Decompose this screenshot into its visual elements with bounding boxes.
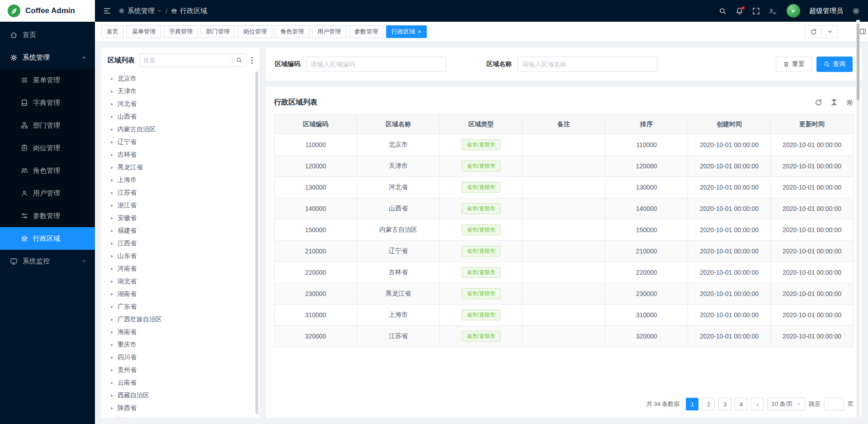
- caret-right-icon[interactable]: [109, 305, 114, 310]
- chevron-down-icon[interactable]: [821, 26, 838, 38]
- table-row[interactable]: 130000 河北省 省市/直辖市 130000 2020-10-01 00:0…: [274, 177, 854, 198]
- column-header[interactable]: 区域类型: [440, 114, 523, 134]
- bell-icon[interactable]: [736, 7, 743, 15]
- caret-right-icon[interactable]: [109, 127, 114, 132]
- region-name-input[interactable]: [517, 57, 657, 72]
- more-dots-icon[interactable]: [251, 57, 253, 64]
- page-number-button[interactable]: 4: [735, 398, 747, 410]
- scrollbar-thumb[interactable]: [857, 24, 859, 100]
- tree-node[interactable]: 江苏省: [108, 186, 253, 199]
- caret-right-icon[interactable]: [109, 368, 114, 373]
- caret-right-icon[interactable]: [109, 89, 114, 94]
- table-row[interactable]: 310000 上海市 省市/直辖市 310000 2020-10-01 00:0…: [274, 305, 854, 326]
- caret-right-icon[interactable]: [109, 102, 114, 107]
- refresh-icon[interactable]: [805, 26, 821, 38]
- caret-right-icon[interactable]: [109, 406, 114, 411]
- tree-search-button[interactable]: [232, 53, 246, 67]
- sidebar-subitem-dept[interactable]: 部门管理: [0, 114, 95, 137]
- tree-node[interactable]: 河南省: [108, 262, 253, 275]
- caret-right-icon[interactable]: [109, 241, 114, 246]
- tree-search-input[interactable]: [139, 53, 232, 67]
- tab[interactable]: 岗位管理 ×: [238, 25, 272, 38]
- tree-node[interactable]: 江西省: [108, 237, 253, 250]
- tree-node[interactable]: 福建省: [108, 224, 253, 237]
- sidebar-subitem-menu[interactable]: 菜单管理: [0, 69, 95, 91]
- tab[interactable]: 行政区域 ×: [386, 25, 427, 38]
- caret-right-icon[interactable]: [109, 76, 114, 81]
- caret-right-icon[interactable]: [109, 292, 114, 297]
- settings-gear-icon[interactable]: [852, 7, 860, 15]
- tab[interactable]: 角色管理 ×: [275, 25, 309, 38]
- tree-node[interactable]: 山西省: [108, 110, 253, 123]
- caret-right-icon[interactable]: [109, 203, 114, 208]
- tree-scrollbar[interactable]: [255, 71, 258, 414]
- search-icon[interactable]: [719, 7, 726, 15]
- tree-node[interactable]: 安徽省: [108, 212, 253, 224]
- tree-node[interactable]: 北京市: [108, 72, 253, 85]
- table-row[interactable]: 140000 山西省 省市/直辖市 140000 2020-10-01 00:0…: [274, 198, 854, 219]
- user-name[interactable]: 超级管理员: [809, 7, 843, 15]
- column-header[interactable]: 区域名称: [357, 114, 440, 134]
- region-code-input[interactable]: [306, 57, 446, 72]
- row-height-icon[interactable]: [830, 99, 838, 106]
- tree-node[interactable]: 重庆市: [108, 338, 253, 351]
- column-header[interactable]: 区域编码: [274, 114, 357, 134]
- reset-button[interactable]: 重置: [776, 57, 812, 72]
- tab[interactable]: 参数管理 ×: [349, 25, 383, 38]
- sidebar-subitem-param[interactable]: 参数管理: [0, 205, 95, 227]
- caret-right-icon[interactable]: [109, 393, 114, 398]
- tab[interactable]: 首页 ×: [101, 25, 124, 38]
- caret-right-icon[interactable]: [109, 343, 114, 348]
- table-row[interactable]: 210000 辽宁省 省市/直辖市 210000 2020-10-01 00:0…: [274, 241, 854, 262]
- tree-node[interactable]: 湖南省: [108, 288, 253, 300]
- tree-node[interactable]: 陕西省: [108, 402, 253, 414]
- tree-node[interactable]: 西藏自治区: [108, 389, 253, 402]
- column-settings-gear-icon[interactable]: [846, 99, 854, 106]
- tree-node[interactable]: 上海市: [108, 174, 253, 186]
- tree-node[interactable]: 海南省: [108, 326, 253, 338]
- caret-right-icon[interactable]: [109, 254, 114, 259]
- caret-right-icon[interactable]: [109, 267, 114, 272]
- translate-icon[interactable]: 文A: [769, 7, 778, 15]
- tree-node[interactable]: 山东省: [108, 250, 253, 262]
- page-number-button[interactable]: 1: [686, 398, 698, 410]
- tree-node[interactable]: 广东省: [108, 300, 253, 313]
- caret-right-icon[interactable]: [109, 317, 114, 322]
- tab[interactable]: 用户管理 ×: [312, 25, 346, 38]
- sidebar-subitem-post[interactable]: 岗位管理: [0, 137, 95, 159]
- panel-layout-icon[interactable]: [859, 28, 866, 35]
- table-row[interactable]: 120000 天津市 省市/直辖市 120000 2020-10-01 00:0…: [274, 156, 854, 177]
- column-header[interactable]: 更新时间: [771, 114, 854, 134]
- search-button[interactable]: 查询: [816, 57, 853, 72]
- tree-node[interactable]: 浙江省: [108, 199, 253, 212]
- caret-right-icon[interactable]: [109, 165, 114, 170]
- tree-node[interactable]: 云南省: [108, 376, 253, 389]
- caret-right-icon[interactable]: [109, 229, 114, 233]
- tree-node[interactable]: 天津市: [108, 85, 253, 98]
- caret-right-icon[interactable]: [109, 114, 114, 119]
- page-number-button[interactable]: 2: [702, 398, 715, 410]
- caret-right-icon[interactable]: [109, 140, 114, 145]
- caret-right-icon[interactable]: [109, 216, 114, 221]
- table-row[interactable]: 110000 北京市 省市/直辖市 110000 2020-10-01 00:0…: [274, 134, 854, 156]
- page-scrollbar[interactable]: [856, 20, 860, 424]
- user-avatar[interactable]: [787, 4, 800, 18]
- next-page-button[interactable]: ›: [751, 398, 764, 410]
- tree-node[interactable]: 湖北省: [108, 275, 253, 288]
- caret-right-icon[interactable]: [109, 191, 114, 195]
- sidebar-subitem-region[interactable]: 行政区域: [0, 227, 95, 250]
- tab[interactable]: 字典管理 ×: [164, 25, 198, 38]
- tree-node[interactable]: 河北省: [108, 98, 253, 110]
- column-header[interactable]: 备注: [523, 114, 605, 134]
- fullscreen-icon[interactable]: [752, 7, 760, 15]
- tree-node[interactable]: 辽宁省: [108, 136, 253, 148]
- table-row[interactable]: 150000 内蒙古自治区 省市/直辖市 150000 2020-10-01 0…: [274, 219, 854, 241]
- tab[interactable]: 菜单管理 ×: [127, 25, 161, 38]
- sidebar-toggle-icon[interactable]: [103, 7, 111, 15]
- caret-right-icon[interactable]: [109, 279, 114, 284]
- caret-right-icon[interactable]: [109, 330, 114, 335]
- column-header[interactable]: 排序: [605, 114, 688, 134]
- sidebar-subitem-dict[interactable]: 字典管理: [0, 91, 95, 114]
- caret-right-icon[interactable]: [109, 355, 114, 360]
- sidebar-item-system[interactable]: 系统管理: [0, 46, 95, 69]
